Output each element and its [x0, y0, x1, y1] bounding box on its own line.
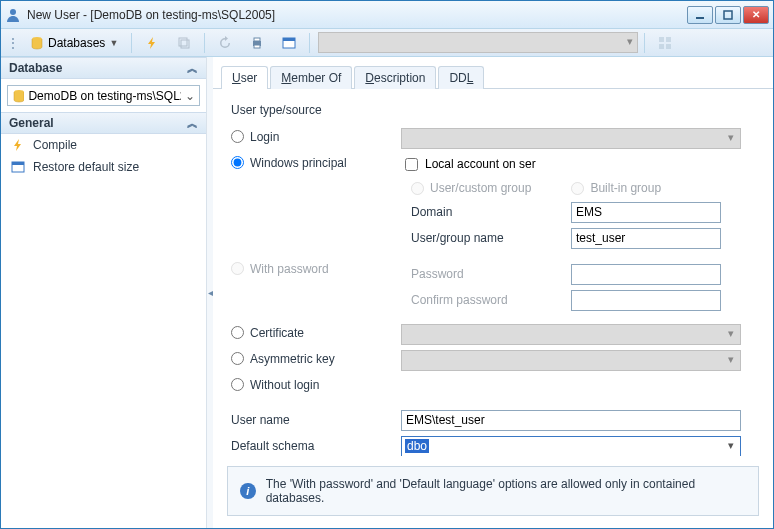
- main-panel: User Member Of Description DDL User type…: [213, 57, 773, 528]
- confirm-password-field[interactable]: [571, 290, 721, 311]
- chevron-left-icon: ◂: [208, 287, 213, 298]
- radio-certificate[interactable]: Certificate: [231, 326, 304, 340]
- info-bar: i The 'With password' and 'Default langu…: [227, 466, 759, 516]
- password-field[interactable]: [571, 264, 721, 285]
- refresh-button[interactable]: [211, 32, 239, 54]
- svg-point-0: [10, 9, 16, 15]
- user-icon: [5, 7, 21, 23]
- tab-ddl[interactable]: DDL: [438, 66, 484, 89]
- window-title: New User - [DemoDB on testing-ms\SQL2005…: [27, 8, 687, 22]
- window-icon: [282, 36, 296, 50]
- user-name-field[interactable]: [401, 410, 741, 431]
- database-icon: [30, 36, 44, 50]
- radio-with-password: With password: [231, 262, 329, 276]
- sidebar: Database ︽ DemoDB on testing-ms\SQL200 ⌄…: [1, 57, 207, 528]
- svg-rect-4: [179, 38, 187, 46]
- label-user-name: User name: [231, 413, 401, 427]
- app-window: New User - [DemoDB on testing-ms\SQL2005…: [0, 0, 774, 529]
- svg-rect-14: [666, 44, 671, 49]
- chevron-down-icon: ▼: [109, 38, 118, 48]
- label-password: Password: [411, 267, 571, 281]
- tab-description[interactable]: Description: [354, 66, 436, 89]
- radio-asymmetric-key[interactable]: Asymmetric key: [231, 352, 335, 366]
- grid-button[interactable]: [651, 32, 679, 54]
- panel-header-general[interactable]: General ︽: [1, 112, 206, 134]
- databases-dropdown-button[interactable]: Databases ▼: [23, 32, 125, 54]
- toolbar-combo[interactable]: [318, 32, 638, 53]
- toolbar-grip-icon: ⋮: [7, 36, 19, 50]
- info-icon: i: [240, 483, 256, 499]
- svg-rect-5: [181, 40, 189, 48]
- svg-rect-7: [254, 38, 260, 41]
- databases-label: Databases: [48, 36, 105, 50]
- form-area: User type/source Login Windows principal…: [213, 89, 773, 456]
- usergroup-field[interactable]: [571, 228, 721, 249]
- label-domain: Domain: [411, 205, 571, 219]
- radio-user-custom-group: User/custom group: [411, 181, 531, 195]
- svg-rect-11: [659, 37, 664, 42]
- toolbar-separator: [309, 33, 310, 53]
- radio-login[interactable]: Login: [231, 130, 279, 144]
- sidebar-item-compile[interactable]: Compile: [1, 134, 206, 156]
- panel-header-database[interactable]: Database ︽: [1, 57, 206, 79]
- label-confirm-password: Confirm password: [411, 293, 571, 307]
- label-default-schema: Default schema: [231, 439, 401, 453]
- database-selector[interactable]: DemoDB on testing-ms\SQL200 ⌄: [7, 85, 200, 106]
- svg-rect-1: [696, 17, 704, 19]
- svg-rect-2: [724, 11, 732, 19]
- toolbar-separator: [131, 33, 132, 53]
- close-button[interactable]: ✕: [743, 6, 769, 24]
- svg-rect-17: [12, 162, 24, 165]
- lightning-icon: [11, 138, 25, 152]
- refresh-icon: [218, 36, 232, 50]
- options-button[interactable]: [275, 32, 303, 54]
- toolbar-separator: [204, 33, 205, 53]
- default-schema-combo[interactable]: dbo: [401, 436, 741, 457]
- chevron-up-icon: ︽: [187, 61, 198, 76]
- minimize-button[interactable]: [687, 6, 713, 24]
- tab-user[interactable]: User: [221, 66, 268, 89]
- label-usergroup: User/group name: [411, 231, 571, 245]
- titlebar: New User - [DemoDB on testing-ms\SQL2005…: [1, 1, 773, 29]
- login-combo[interactable]: [401, 128, 741, 149]
- info-text: The 'With password' and 'Default languag…: [266, 477, 746, 505]
- sidebar-item-label: Restore default size: [33, 160, 139, 174]
- toolbar: ⋮ Databases ▼: [1, 29, 773, 57]
- tab-member-of[interactable]: Member Of: [270, 66, 352, 89]
- checkbox-local-account[interactable]: Local account on ser: [401, 155, 536, 174]
- certificate-combo[interactable]: [401, 324, 741, 345]
- toolbar-separator: [644, 33, 645, 53]
- printer-icon: [250, 36, 264, 50]
- svg-rect-12: [666, 37, 671, 42]
- database-icon: [12, 89, 24, 103]
- domain-field[interactable]: [571, 202, 721, 223]
- copy-button[interactable]: [170, 32, 198, 54]
- tabstrip: User Member Of Description DDL: [213, 65, 773, 89]
- radio-windows-principal[interactable]: Windows principal: [231, 156, 347, 170]
- chevron-down-icon: ⌄: [185, 89, 195, 103]
- lightning-icon: [145, 36, 159, 50]
- svg-rect-8: [254, 45, 260, 48]
- sidebar-item-restore-size[interactable]: Restore default size: [1, 156, 206, 178]
- print-button[interactable]: [243, 32, 271, 54]
- compile-button[interactable]: [138, 32, 166, 54]
- section-label: User type/source: [231, 103, 755, 117]
- asymmetric-key-combo[interactable]: [401, 350, 741, 371]
- svg-rect-13: [659, 44, 664, 49]
- radio-built-in-group: Built-in group: [571, 181, 661, 195]
- window-restore-icon: [11, 160, 25, 174]
- svg-rect-10: [283, 38, 295, 41]
- database-selector-text: DemoDB on testing-ms\SQL200: [28, 89, 181, 103]
- chevron-up-icon: ︽: [187, 116, 198, 131]
- maximize-button[interactable]: [715, 6, 741, 24]
- radio-without-login[interactable]: Without login: [231, 378, 319, 392]
- sidebar-item-label: Compile: [33, 138, 77, 152]
